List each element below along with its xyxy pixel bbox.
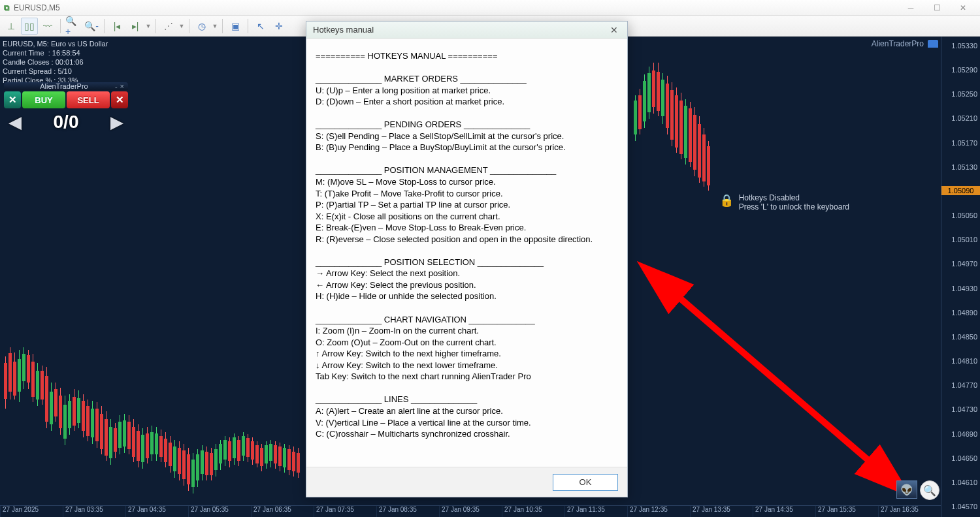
- x-axis: 27 Jan 202527 Jan 03:3527 Jan 04:3527 Ja…: [0, 505, 941, 517]
- modal-line: ========== HOTKEYS MANUAL ==========: [316, 50, 618, 62]
- y-axis-tick: 1.04890: [951, 309, 977, 317]
- separator: [222, 19, 223, 33]
- y-axis-tick: 1.05250: [951, 90, 977, 98]
- y-axis-tick: 1.04850: [951, 333, 977, 341]
- modal-footer: OK: [306, 467, 627, 497]
- sell-button[interactable]: SELL: [67, 91, 110, 108]
- modal-title: Hotkeys manual: [313, 25, 374, 35]
- zoom-in-icon[interactable]: 🔍+: [65, 18, 82, 35]
- alien-logo-icon[interactable]: 👽: [896, 480, 917, 499]
- next-position-arrow[interactable]: ▶: [106, 111, 128, 133]
- info-symbol: EURUSD, M5: Euro vs US Dollar: [3, 39, 108, 48]
- y-axis-tick: 1.05290: [951, 66, 977, 74]
- y-axis-tick: 1.04570: [951, 503, 977, 510]
- separator: [155, 19, 156, 33]
- modal-line: O: Zoom (O)ut – Zoom-Out on the current …: [316, 337, 618, 349]
- dropdown-icon[interactable]: ▼: [212, 23, 218, 29]
- candle-chart-icon[interactable]: ▯▯: [21, 18, 38, 35]
- modal-line: S: (S)ell Pending – Place a SellStop/Sel…: [316, 131, 618, 142]
- modal-line: [316, 62, 618, 74]
- dropdown-icon[interactable]: ▼: [178, 23, 185, 29]
- modal-line: M: (M)ove SL – Move Stop-Loss to cursor …: [316, 176, 618, 188]
- chart-info-overlay: EURUSD, M5: Euro vs US Dollar Current Ti…: [3, 39, 108, 85]
- separator: [60, 19, 61, 33]
- panel-close-icon[interactable]: ×: [120, 82, 124, 90]
- separator: [248, 19, 248, 33]
- panel-minimize-icon[interactable]: -: [115, 82, 118, 90]
- grad-cap-icon: [928, 40, 938, 48]
- y-axis-tick: 1.05050: [951, 212, 977, 219]
- y-axis-tick: 1.05010: [951, 236, 977, 243]
- modal-line: ______________ CHART NAVIGATION ________…: [316, 314, 618, 326]
- x-axis-tick: 27 Jan 07:35: [314, 506, 376, 517]
- indicator-icon[interactable]: ⋰: [160, 18, 177, 35]
- y-axis-tick: 1.04650: [951, 454, 977, 462]
- modal-line: T: (T)ake Profit – Move Take-Profit to c…: [316, 188, 618, 200]
- crosshair-icon[interactable]: ✛: [270, 18, 287, 35]
- x-axis-tick: 27 Jan 03:35: [63, 506, 125, 517]
- modal-line: ↓ Arrow Key: Switch to the next lower ti…: [316, 360, 618, 371]
- prev-position-arrow[interactable]: ◀: [4, 111, 26, 133]
- zoom-corner-icon[interactable]: 🔍: [920, 480, 939, 500]
- y-axis-tick: 1.05210: [951, 114, 977, 122]
- modal-line: [316, 153, 618, 165]
- y-axis-tick: 1.04930: [951, 285, 977, 292]
- y-axis-tick: 1.04970: [951, 260, 977, 268]
- y-axis-tick: 1.05330: [951, 42, 977, 50]
- modal-line: ← Arrow Key: Select the previous positio…: [316, 279, 618, 291]
- y-axis-tick: 1.04690: [951, 430, 977, 438]
- clock-icon[interactable]: ◷: [193, 18, 210, 35]
- scroll-left-icon[interactable]: |◂: [108, 18, 125, 35]
- modal-line: I: Zoom (I)n – Zoom-In on the current ch…: [316, 325, 618, 337]
- hotkeys-disabled-notice: 🔒 Hotkeys Disabled Press 'L' to unlock t…: [719, 193, 849, 212]
- y-axis-tick: 1.05170: [951, 139, 977, 147]
- y-axis-current-price: 1.05090: [941, 186, 980, 195]
- window-maximize-button[interactable]: ☐: [924, 1, 950, 14]
- modal-line: ______________ PENDING ORDERS __________…: [316, 119, 618, 131]
- modal-line: R: (R)everse – Close selected position a…: [316, 234, 618, 245]
- trader-panel: AlienTraderPro - × ✕ BUY SELL ✕ ◀ 0/0 ▶: [4, 82, 128, 133]
- x-axis-tick: 27 Jan 13:35: [690, 506, 753, 517]
- modal-line: [316, 245, 618, 257]
- line-chart-icon[interactable]: 〰: [39, 18, 56, 35]
- modal-line: ______________ MARKET ORDERS ___________…: [316, 73, 618, 85]
- x-axis-tick: 27 Jan 10:35: [502, 506, 564, 517]
- x-axis-tick: 27 Jan 11:35: [564, 506, 627, 517]
- modal-line: → Arrow Key: Select the next position.: [316, 268, 618, 279]
- close-all-red-button[interactable]: ✕: [111, 91, 128, 108]
- modal-line: V: (V)ertical Line – Place a vertical li…: [316, 417, 618, 429]
- y-axis-tick: 1.04770: [951, 381, 977, 389]
- cursor-icon[interactable]: ↖: [252, 18, 269, 35]
- zoom-out-icon[interactable]: 🔍-: [83, 18, 100, 35]
- hotkeys-modal: Hotkeys manual ✕ ========== HOTKEYS MANU…: [306, 21, 628, 497]
- y-axis-tick: 1.05130: [951, 163, 977, 171]
- y-axis-tick: 1.04610: [951, 478, 977, 486]
- x-axis-tick: 27 Jan 2025: [0, 506, 63, 517]
- dropdown-icon[interactable]: ▼: [145, 23, 152, 29]
- modal-line: E: Break-(E)ven – Move Stop-Loss to Brea…: [316, 222, 618, 234]
- close-all-green-button[interactable]: ✕: [4, 91, 21, 108]
- buy-button[interactable]: BUY: [22, 91, 65, 108]
- modal-line: C: (C)rosshair – Multicharts synchronize…: [316, 428, 618, 440]
- ok-button[interactable]: OK: [553, 474, 618, 491]
- modal-line: [316, 383, 618, 394]
- modal-header: Hotkeys manual ✕: [306, 22, 627, 39]
- x-axis-tick: 27 Jan 09:35: [439, 506, 502, 517]
- app-icon: ⧉: [4, 3, 10, 12]
- modal-close-button[interactable]: ✕: [608, 25, 621, 35]
- modal-body: ========== HOTKEYS MANUAL ========== ___…: [306, 39, 627, 467]
- modal-line: X: E(x)it - Close all positions on the c…: [316, 211, 618, 223]
- camera-icon[interactable]: ▣: [227, 18, 244, 35]
- x-axis-tick: 27 Jan 08:35: [376, 506, 439, 517]
- y-axis: 1.053301.052901.052501.052101.051701.051…: [941, 37, 980, 517]
- window-minimize-button[interactable]: ─: [898, 1, 924, 14]
- scroll-right-icon[interactable]: ▸|: [127, 18, 144, 35]
- window-close-button[interactable]: ✕: [950, 1, 976, 14]
- y-axis-tick: 1.04810: [951, 357, 977, 365]
- separator: [189, 19, 189, 33]
- x-axis-tick: 27 Jan 05:35: [188, 506, 251, 517]
- position-counter: 0/0: [54, 112, 79, 133]
- bar-chart-icon[interactable]: ⊥: [3, 18, 20, 35]
- separator: [104, 19, 105, 33]
- trader-panel-title: AlienTraderPro - ×: [4, 82, 128, 90]
